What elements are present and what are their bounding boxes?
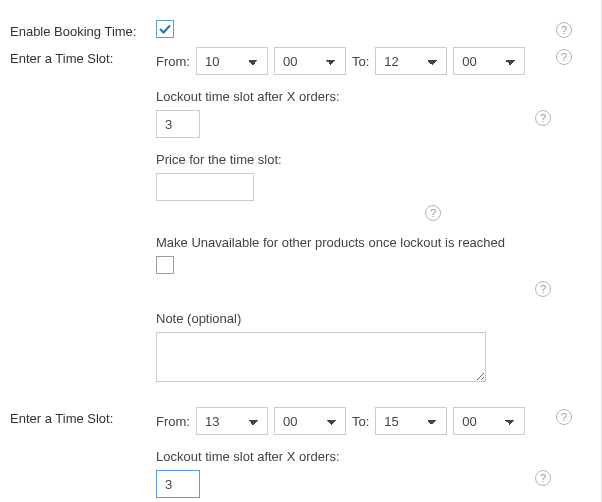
- slot1-from-hour-select[interactable]: 10: [196, 47, 268, 75]
- help-icon[interactable]: ?: [425, 205, 441, 221]
- slot2-lockout-label: Lockout time slot after X orders:: [156, 449, 551, 464]
- help-icon[interactable]: ?: [556, 409, 572, 425]
- slot2-lockout-input[interactable]: [156, 470, 200, 498]
- slot1-price-label: Price for the time slot:: [156, 152, 551, 167]
- slot1-unavailable-label: Make Unavailable for other products once…: [156, 235, 551, 250]
- check-icon: [158, 22, 172, 36]
- slot1-note-textarea[interactable]: [156, 332, 486, 382]
- from-label: From:: [156, 54, 190, 69]
- slot1-lockout-label: Lockout time slot after X orders:: [156, 89, 551, 104]
- slot1-make-unavailable-checkbox[interactable]: [156, 256, 174, 274]
- help-icon[interactable]: ?: [535, 281, 551, 297]
- slot2-to-min-select[interactable]: 00: [453, 407, 525, 435]
- enter-time-slot-label: Enter a Time Slot:: [10, 407, 156, 426]
- slot2-from-min-select[interactable]: 00: [274, 407, 346, 435]
- slot1-to-hour-select[interactable]: 12: [375, 47, 447, 75]
- help-icon[interactable]: ?: [535, 470, 551, 486]
- help-icon[interactable]: ?: [556, 22, 572, 38]
- enable-booking-time-label: Enable Booking Time:: [10, 20, 156, 39]
- slot1-to-min-select[interactable]: 00: [453, 47, 525, 75]
- enable-booking-time-checkbox[interactable]: [156, 20, 174, 38]
- slot1-note-label: Note (optional): [156, 311, 551, 326]
- slot1-lockout-input[interactable]: [156, 110, 200, 138]
- enter-time-slot-label: Enter a Time Slot:: [10, 47, 156, 66]
- from-label: From:: [156, 414, 190, 429]
- help-icon[interactable]: ?: [535, 110, 551, 126]
- to-label: To:: [352, 54, 369, 69]
- to-label: To:: [352, 414, 369, 429]
- slot1-price-input[interactable]: [156, 173, 254, 201]
- slot2-from-hour-select[interactable]: 13: [196, 407, 268, 435]
- slot1-from-min-select[interactable]: 00: [274, 47, 346, 75]
- slot2-to-hour-select[interactable]: 15: [375, 407, 447, 435]
- help-icon[interactable]: ?: [556, 49, 572, 65]
